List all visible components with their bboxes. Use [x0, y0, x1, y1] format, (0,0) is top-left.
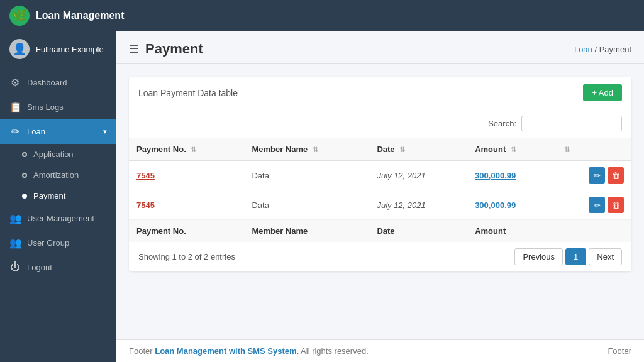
footer-link[interactable]: Loan Management with SMS System. [155, 346, 299, 356]
sidebar-item-sms-logs[interactable]: 📋 Sms Logs [0, 95, 116, 119]
amount-link[interactable]: 300,000.99 [475, 171, 516, 180]
sidebar-label-user-group: User Group [27, 238, 107, 248]
sidebar-label-loan: Loan [27, 127, 97, 136]
table-toolbar: Search: [129, 109, 631, 138]
table-row: 7545DataJuly 12, 2021300,000.99✏🗑 [129, 190, 631, 220]
sidebar-item-dashboard[interactable]: ⚙ Dashboard [0, 70, 116, 95]
dot-icon [22, 152, 27, 157]
sidebar-item-application[interactable]: Application [0, 144, 116, 165]
user-group-icon: 👥 [9, 237, 21, 249]
pagination-info: Showing 1 to 2 of 2 entries [138, 252, 235, 261]
loan-icon: ✏ [9, 126, 21, 138]
col-date[interactable]: Date ⇅ [369, 138, 467, 161]
sidebar-item-logout[interactable]: ⏻ Logout [0, 255, 116, 279]
sidebar-item-amortization[interactable]: Amortization [0, 165, 116, 185]
sidebar-label-payment: Payment [33, 191, 107, 200]
main-content: Loan Payment Data table + Add Search: Pa… [116, 64, 644, 339]
col-payment-no[interactable]: Payment No. ⇅ [129, 138, 244, 161]
cell-date: July 12, 2021 [369, 190, 467, 220]
sidebar-label-application: Application [33, 150, 107, 159]
app-title: Loan Management [36, 10, 124, 21]
sidebar-item-payment[interactable]: Payment [0, 185, 116, 206]
cell-member-name: Data [244, 161, 369, 190]
sidebar-username: Fullname Example [36, 45, 104, 54]
footer-right: Footer [608, 346, 631, 356]
cell-amount: 300,000.99 [467, 190, 554, 220]
edit-button[interactable]: ✏ [589, 167, 605, 184]
col-amount[interactable]: Amount ⇅ [467, 138, 554, 161]
payment-card: Loan Payment Data table + Add Search: Pa… [129, 77, 631, 272]
sidebar-nav: ⚙ Dashboard 📋 Sms Logs ✏ Loan ▾ Applicat… [0, 67, 116, 362]
prev-button[interactable]: Previous [514, 248, 563, 265]
dot-icon [22, 173, 27, 178]
menu-icon[interactable]: ☰ [129, 42, 139, 56]
main-panel: ☰ Payment Loan / Payment Loan Payment Da… [116, 31, 644, 362]
footer-col-member-name: Member Name [244, 220, 369, 243]
sidebar-label-dashboard: Dashboard [27, 78, 107, 87]
table-head: Payment No. ⇅ Member Name ⇅ Date ⇅ Amoun… [129, 138, 631, 161]
payment-no-link[interactable]: 7545 [136, 171, 155, 180]
table-footer-row: Payment No. Member Name Date Amount [129, 220, 631, 243]
sidebar-label-logout: Logout [27, 263, 107, 272]
sort-icon: ⇅ [313, 146, 318, 153]
avatar: 👤 [9, 39, 30, 59]
footer-col-payment-no: Payment No. [129, 220, 244, 243]
action-cell: ✏🗑 [562, 167, 624, 184]
breadcrumb: Loan / Payment [574, 45, 631, 54]
breadcrumb-separator: / [594, 45, 599, 54]
page-1-button[interactable]: 1 [565, 248, 586, 265]
table-foot: Payment No. Member Name Date Amount [129, 220, 631, 243]
sort-icon: ⇅ [511, 146, 516, 153]
col-actions: ⇅ [554, 138, 631, 161]
sidebar-user: 👤 Fullname Example [0, 31, 116, 67]
sidebar-label-sms-logs: Sms Logs [27, 102, 107, 112]
table-header-row: Payment No. ⇅ Member Name ⇅ Date ⇅ Amoun… [129, 138, 631, 161]
edit-button[interactable]: ✏ [589, 197, 605, 213]
breadcrumb-current: Payment [599, 45, 631, 54]
sidebar-item-loan[interactable]: ✏ Loan ▾ [0, 119, 116, 144]
table-body: 7545DataJuly 12, 2021300,000.99✏🗑7545Dat… [129, 161, 631, 220]
breadcrumb-loan[interactable]: Loan [574, 45, 592, 54]
amount-link[interactable]: 300,000.99 [475, 200, 516, 210]
page-title: Payment [145, 41, 203, 57]
cell-payment-no: 7545 [129, 190, 244, 220]
sort-icon: ⇅ [564, 146, 570, 153]
cell-payment-no: 7545 [129, 161, 244, 190]
sidebar-item-user-group[interactable]: 👥 User Group [0, 231, 116, 255]
sort-icon: ⇅ [191, 146, 196, 153]
delete-button[interactable]: 🗑 [608, 167, 624, 184]
payment-table: Payment No. ⇅ Member Name ⇅ Date ⇅ Amoun… [129, 138, 631, 242]
cell-actions: ✏🗑 [554, 190, 631, 220]
layout: 👤 Fullname Example ⚙ Dashboard 📋 Sms Log… [0, 31, 644, 362]
payment-no-link[interactable]: 7545 [136, 200, 155, 210]
sidebar-label-amortization: Amortization [33, 170, 107, 180]
pagination-row: Showing 1 to 2 of 2 entries Previous 1 N… [129, 242, 631, 272]
footer-col-amount: Amount [467, 220, 554, 243]
dot-icon [22, 194, 27, 199]
delete-button[interactable]: 🗑 [608, 197, 624, 213]
add-button[interactable]: + Add [583, 84, 622, 101]
sidebar: 👤 Fullname Example ⚙ Dashboard 📋 Sms Log… [0, 31, 116, 362]
search-input[interactable] [521, 116, 622, 131]
user-management-icon: 👥 [9, 212, 21, 224]
card-title: Loan Payment Data table [138, 88, 238, 98]
next-button[interactable]: Next [589, 248, 622, 265]
footer-col-actions [554, 220, 631, 243]
chevron-down-icon: ▾ [103, 128, 107, 136]
footer-col-date: Date [369, 220, 467, 243]
logout-icon: ⏻ [9, 261, 21, 273]
dashboard-icon: ⚙ [9, 77, 21, 89]
page-footer: Footer Loan Management with SMS System. … [116, 339, 644, 362]
cell-actions: ✏🗑 [554, 161, 631, 190]
sms-logs-icon: 📋 [9, 101, 21, 113]
card-header: Loan Payment Data table + Add [129, 77, 631, 109]
sidebar-item-user-management[interactable]: 👥 User Management [0, 206, 116, 231]
cell-member-name: Data [244, 190, 369, 220]
sidebar-label-user-management: User Management [27, 214, 107, 223]
cell-amount: 300,000.99 [467, 161, 554, 190]
topbar: 🌿 Loan Management [0, 0, 644, 31]
col-member-name[interactable]: Member Name ⇅ [244, 138, 369, 161]
page-header: ☰ Payment Loan / Payment [116, 31, 644, 64]
header-left: ☰ Payment [129, 41, 203, 57]
app-logo: 🌿 [9, 6, 30, 26]
